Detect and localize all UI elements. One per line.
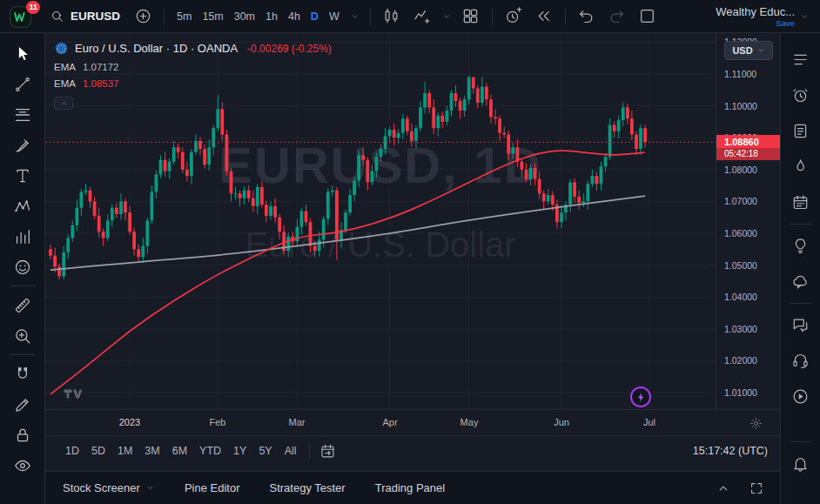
panel-maximize-button[interactable] bbox=[745, 477, 768, 500]
legend-collapse-button[interactable] bbox=[54, 97, 73, 110]
currency-selector[interactable]: USD bbox=[724, 41, 773, 60]
timeframe-1h[interactable]: 1h bbox=[261, 7, 282, 26]
minds-tool-button[interactable] bbox=[785, 264, 817, 299]
range-1m[interactable]: 1M bbox=[111, 441, 138, 460]
time-axis-label: 2023 bbox=[111, 417, 149, 427]
chevron-down-icon bbox=[441, 11, 452, 22]
bar-replay-button[interactable] bbox=[531, 3, 557, 30]
event-marker[interactable] bbox=[630, 386, 651, 407]
ruler-icon bbox=[13, 296, 32, 315]
symbol-search-button[interactable]: EURUSD bbox=[44, 5, 125, 27]
support-tool-button[interactable] bbox=[785, 343, 817, 379]
separator bbox=[164, 8, 165, 25]
range-ytd[interactable]: YTD bbox=[193, 441, 227, 460]
brush-tool-button[interactable] bbox=[6, 130, 39, 160]
ideas-tool-button[interactable] bbox=[785, 228, 817, 264]
pattern-icon bbox=[13, 197, 32, 216]
timeframe-5m[interactable]: 5m bbox=[172, 7, 196, 26]
indicators-menu-button[interactable] bbox=[440, 3, 454, 30]
chevron-up-icon bbox=[59, 98, 69, 108]
hotlists-icon bbox=[791, 158, 810, 176]
zoom-tool-button[interactable] bbox=[6, 320, 39, 351]
account-menu[interactable]: Wealthy Educ... Save bbox=[716, 5, 811, 28]
price-axis-label: 1.02000 bbox=[724, 355, 757, 366]
indicator-row[interactable]: EMA1.08537 bbox=[54, 78, 332, 89]
hotlists-tool-button[interactable] bbox=[785, 149, 817, 185]
time-axis[interactable]: 2023FebMarAprMayJunJul bbox=[45, 409, 780, 435]
indicator-row[interactable]: EMA1.07172 bbox=[54, 62, 332, 72]
chart-legend: Euro / U.S. Dollar · 1D · OANDA -0.00269… bbox=[54, 41, 332, 110]
pattern-tool-button[interactable] bbox=[6, 191, 39, 221]
clock[interactable]: 15:17:42 (UTC) bbox=[693, 445, 768, 457]
range-1y[interactable]: 1Y bbox=[227, 441, 252, 460]
chat-tool-button[interactable] bbox=[785, 307, 817, 343]
magnet-tool-button[interactable] bbox=[6, 359, 39, 389]
cursor-tool-button[interactable] bbox=[6, 38, 39, 69]
tab-pine-editor[interactable]: Pine Editor bbox=[185, 481, 240, 494]
streams-tool-button[interactable] bbox=[785, 379, 817, 414]
eye-tool-button[interactable] bbox=[6, 450, 39, 480]
symbol-title[interactable]: Euro / U.S. Dollar · 1D · OANDA bbox=[75, 42, 238, 55]
panel-expand-button[interactable] bbox=[712, 477, 735, 500]
lock-tool-button[interactable] bbox=[6, 420, 39, 450]
range-5d[interactable]: 5D bbox=[85, 441, 111, 460]
tab-stock-screener[interactable]: Stock Screener bbox=[63, 481, 155, 494]
save-button[interactable]: Save bbox=[776, 18, 795, 28]
chart-style-button[interactable] bbox=[379, 3, 405, 30]
range-all[interactable]: All bbox=[279, 441, 303, 460]
redo-button[interactable] bbox=[604, 3, 630, 30]
layout-square-icon bbox=[638, 7, 656, 25]
calendar-tool-button[interactable] bbox=[785, 185, 817, 220]
layout-button[interactable] bbox=[635, 3, 661, 30]
alerts-tool-button[interactable] bbox=[785, 77, 817, 113]
chart-area: EURUSD, 1D Euro / U.S. Dollar Euro / U.S… bbox=[45, 33, 780, 471]
top-toolbar: 11 EURUSD 5m15m30m1h4hDW bbox=[0, 0, 820, 33]
lock-icon bbox=[13, 426, 32, 445]
separator bbox=[790, 224, 812, 225]
layout-grid-button[interactable] bbox=[458, 3, 484, 30]
timeframe-30m[interactable]: 30m bbox=[230, 7, 259, 26]
edit-tool-button[interactable] bbox=[6, 389, 39, 420]
ruler-tool-button[interactable] bbox=[6, 290, 39, 320]
chart-settings-button[interactable] bbox=[745, 413, 766, 433]
range-3m[interactable]: 3M bbox=[138, 441, 165, 460]
notes-tool-button[interactable] bbox=[785, 113, 817, 149]
timeframe-D[interactable]: D bbox=[306, 7, 323, 26]
create-alert-button[interactable] bbox=[501, 3, 527, 30]
fib-retracement-tool-button[interactable] bbox=[6, 99, 39, 130]
price-axis-label: 1.08000 bbox=[724, 165, 757, 175]
forecast-icon bbox=[13, 227, 32, 246]
emoji-tool-button[interactable] bbox=[6, 252, 39, 282]
price-axis[interactable]: USD 1.08860 05:42:18 1.120001.110001.100… bbox=[716, 33, 780, 409]
intervals-menu-button[interactable] bbox=[348, 3, 362, 30]
range-6m[interactable]: 6M bbox=[166, 441, 193, 460]
price-axis-label: 1.01000 bbox=[724, 387, 757, 398]
tab-trading-panel[interactable]: Trading Panel bbox=[375, 481, 445, 494]
app-logo[interactable]: 11 bbox=[9, 3, 38, 30]
range-1d[interactable]: 1D bbox=[59, 441, 85, 460]
price-change: -0.00269 (-0.25%) bbox=[247, 43, 332, 55]
tab-strategy-tester[interactable]: Strategy Tester bbox=[269, 481, 345, 494]
trend-line-tool-button[interactable] bbox=[6, 69, 39, 99]
notifications-tool-button[interactable] bbox=[785, 446, 817, 481]
timeframe-15m[interactable]: 15m bbox=[198, 7, 227, 26]
ideas-icon bbox=[791, 237, 810, 255]
timeframe-W[interactable]: W bbox=[325, 7, 344, 26]
forecast-tool-button[interactable] bbox=[6, 221, 39, 252]
fib-retracement-icon bbox=[13, 105, 32, 124]
range-5y[interactable]: 5Y bbox=[252, 441, 278, 460]
text-tool-button[interactable] bbox=[6, 160, 39, 191]
watchlist-icon bbox=[791, 50, 810, 69]
chart-plot[interactable]: EURUSD, 1D Euro / U.S. Dollar Euro / U.S… bbox=[45, 33, 716, 409]
emoji-icon bbox=[13, 258, 32, 277]
watchlist-tool-button[interactable] bbox=[785, 42, 817, 77]
separator bbox=[565, 8, 566, 25]
indicators-button[interactable] bbox=[409, 3, 435, 30]
timeframe-4h[interactable]: 4h bbox=[284, 7, 305, 26]
compare-symbol-button[interactable] bbox=[130, 3, 156, 30]
undo-button[interactable] bbox=[574, 3, 600, 30]
separator bbox=[10, 286, 36, 286]
time-axis-label: Mar bbox=[278, 417, 316, 427]
price-axis-label: 1.07000 bbox=[724, 196, 757, 206]
go-to-date-button[interactable] bbox=[316, 440, 340, 462]
